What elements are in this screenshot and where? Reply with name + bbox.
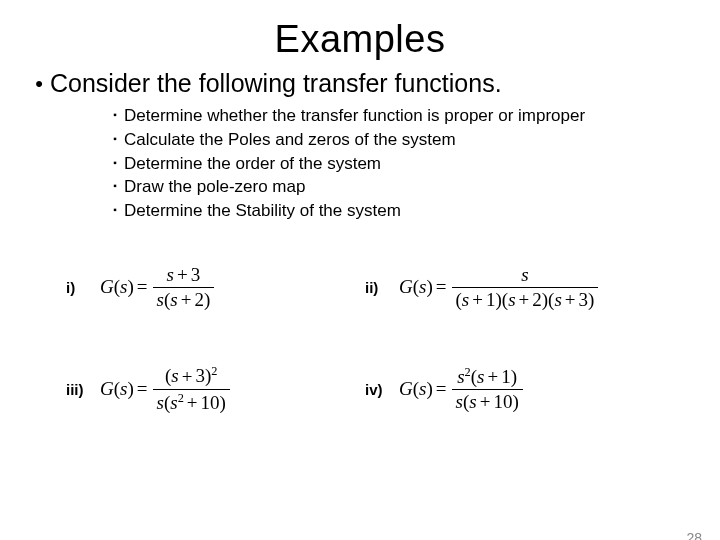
equations-grid: i) G(s)= s+3 s(s+2) ii) G(s)= s — [28, 264, 692, 414]
equation-iv: iv) G(s)= s2(s+1) s(s+10) — [365, 364, 654, 413]
intro-text: Consider the following transfer function… — [50, 69, 502, 98]
task-text: Determine the order of the system — [124, 153, 381, 175]
task-item: ▪ Draw the pole-zero map — [106, 176, 692, 198]
equation-iii: iii) G(s)= (s+3)2 s(s2+10) — [66, 364, 355, 413]
bullet-square-icon: ▪ — [106, 200, 124, 220]
eq-body: G(s)= s (s+1)(s+2)(s+3) — [399, 264, 600, 311]
slide: Examples • Consider the following transf… — [0, 18, 720, 540]
bullet-square-icon: ▪ — [106, 176, 124, 196]
bullet-square-icon: ▪ — [106, 129, 124, 149]
eq-body: G(s)= (s+3)2 s(s2+10) — [100, 364, 232, 413]
bullet-square-icon: ▪ — [106, 153, 124, 173]
task-item: ▪ Determine the Stability of the system — [106, 200, 692, 222]
eq-label: i) — [66, 279, 88, 296]
slide-title: Examples — [0, 18, 720, 61]
page-number: 28 — [686, 530, 702, 540]
bullet-square-icon: ▪ — [106, 105, 124, 125]
eq-body: G(s)= s2(s+1) s(s+10) — [399, 365, 525, 413]
task-list: ▪ Determine whether the transfer functio… — [106, 105, 692, 222]
equation-ii: ii) G(s)= s (s+1)(s+2)(s+3) — [365, 264, 654, 311]
eq-label: iv) — [365, 381, 387, 398]
bullet-lvl1: • Consider the following transfer functi… — [28, 69, 692, 99]
eq-body: G(s)= s+3 s(s+2) — [100, 264, 216, 311]
task-item: ▪ Determine whether the transfer functio… — [106, 105, 692, 127]
task-item: ▪ Calculate the Poles and zeros of the s… — [106, 129, 692, 151]
task-item: ▪ Determine the order of the system — [106, 153, 692, 175]
eq-label: ii) — [365, 279, 387, 296]
equation-i: i) G(s)= s+3 s(s+2) — [66, 264, 355, 311]
eq-label: iii) — [66, 381, 88, 398]
task-text: Determine whether the transfer function … — [124, 105, 585, 127]
task-text: Determine the Stability of the system — [124, 200, 401, 222]
task-text: Draw the pole-zero map — [124, 176, 305, 198]
task-text: Calculate the Poles and zeros of the sys… — [124, 129, 456, 151]
bullet-dot-icon: • — [28, 69, 50, 99]
slide-body: • Consider the following transfer functi… — [0, 69, 720, 414]
